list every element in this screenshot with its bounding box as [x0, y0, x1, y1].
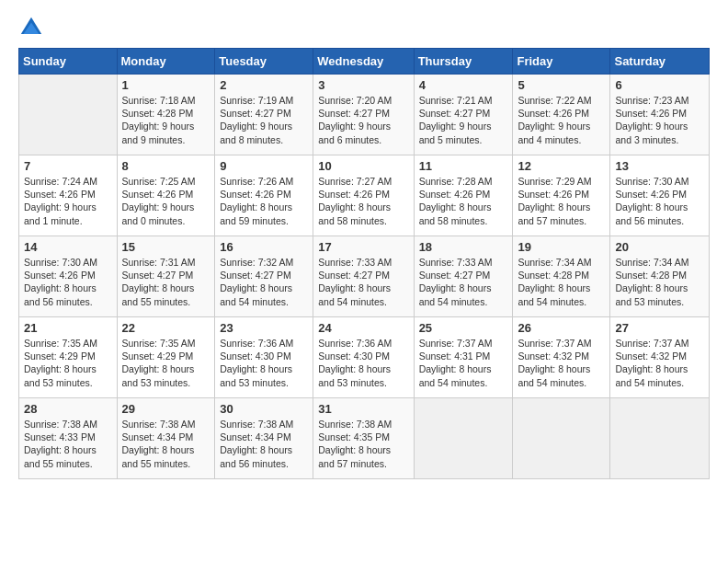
calendar-day-cell: 9Sunrise: 7:26 AMSunset: 4:26 PMDaylight… — [215, 155, 313, 236]
day-number: 23 — [220, 321, 308, 335]
calendar-day-cell: 26Sunrise: 7:37 AMSunset: 4:32 PMDayligh… — [513, 317, 610, 398]
day-number: 29 — [122, 402, 210, 416]
calendar-week-row: 1Sunrise: 7:18 AMSunset: 4:28 PMDaylight… — [19, 75, 710, 155]
day-info: Sunrise: 7:34 AMSunset: 4:28 PMDaylight:… — [518, 256, 605, 308]
day-number: 2 — [220, 78, 308, 92]
calendar-day-header: Wednesday — [313, 49, 414, 75]
calendar-day-cell: 14Sunrise: 7:30 AMSunset: 4:26 PMDayligh… — [19, 236, 118, 317]
day-number: 12 — [518, 159, 605, 173]
day-info: Sunrise: 7:38 AMSunset: 4:33 PMDaylight:… — [24, 418, 112, 470]
calendar-day-cell: 28Sunrise: 7:38 AMSunset: 4:33 PMDayligh… — [19, 398, 118, 479]
day-number: 20 — [615, 240, 704, 254]
calendar-day-cell — [414, 398, 513, 479]
day-info: Sunrise: 7:38 AMSunset: 4:34 PMDaylight:… — [122, 418, 210, 470]
calendar-day-cell: 29Sunrise: 7:38 AMSunset: 4:34 PMDayligh… — [117, 398, 215, 479]
calendar-day-cell: 17Sunrise: 7:33 AMSunset: 4:27 PMDayligh… — [313, 236, 414, 317]
calendar-week-row: 21Sunrise: 7:35 AMSunset: 4:29 PMDayligh… — [19, 317, 710, 398]
day-info: Sunrise: 7:30 AMSunset: 4:26 PMDaylight:… — [24, 256, 112, 308]
calendar-week-row: 14Sunrise: 7:30 AMSunset: 4:26 PMDayligh… — [19, 236, 710, 317]
day-number: 22 — [122, 321, 210, 335]
day-info: Sunrise: 7:21 AMSunset: 4:27 PMDaylight:… — [419, 94, 508, 146]
calendar-day-header: Tuesday — [215, 49, 313, 75]
calendar-day-header: Monday — [117, 49, 215, 75]
day-number: 11 — [419, 159, 508, 173]
day-number: 30 — [220, 402, 308, 416]
day-info: Sunrise: 7:25 AMSunset: 4:26 PMDaylight:… — [122, 175, 210, 227]
calendar-week-row: 28Sunrise: 7:38 AMSunset: 4:33 PMDayligh… — [19, 398, 710, 479]
header — [18, 15, 710, 40]
calendar-day-cell: 20Sunrise: 7:34 AMSunset: 4:28 PMDayligh… — [610, 236, 710, 317]
calendar-day-cell: 30Sunrise: 7:38 AMSunset: 4:34 PMDayligh… — [215, 398, 313, 479]
day-info: Sunrise: 7:35 AMSunset: 4:29 PMDaylight:… — [24, 337, 112, 389]
day-number: 15 — [122, 240, 210, 254]
calendar-header-row: SundayMondayTuesdayWednesdayThursdayFrid… — [19, 49, 710, 75]
calendar-day-cell: 16Sunrise: 7:32 AMSunset: 4:27 PMDayligh… — [215, 236, 313, 317]
calendar-day-cell: 12Sunrise: 7:29 AMSunset: 4:26 PMDayligh… — [513, 155, 610, 236]
day-info: Sunrise: 7:30 AMSunset: 4:26 PMDaylight:… — [615, 175, 704, 227]
calendar-day-cell: 24Sunrise: 7:36 AMSunset: 4:30 PMDayligh… — [313, 317, 414, 398]
calendar-day-header: Thursday — [414, 49, 513, 75]
day-number: 10 — [318, 159, 408, 173]
calendar-day-cell — [610, 398, 710, 479]
day-info: Sunrise: 7:38 AMSunset: 4:34 PMDaylight:… — [220, 418, 308, 470]
calendar-day-cell: 11Sunrise: 7:28 AMSunset: 4:26 PMDayligh… — [414, 155, 513, 236]
day-info: Sunrise: 7:37 AMSunset: 4:31 PMDaylight:… — [419, 337, 508, 389]
calendar-day-cell: 13Sunrise: 7:30 AMSunset: 4:26 PMDayligh… — [610, 155, 710, 236]
calendar-day-cell: 6Sunrise: 7:23 AMSunset: 4:26 PMDaylight… — [610, 75, 710, 155]
day-number: 25 — [419, 321, 508, 335]
day-number: 24 — [318, 321, 408, 335]
logo — [18, 15, 48, 40]
day-number: 31 — [318, 402, 408, 416]
calendar-day-cell: 18Sunrise: 7:33 AMSunset: 4:27 PMDayligh… — [414, 236, 513, 317]
day-number: 13 — [615, 159, 704, 173]
day-info: Sunrise: 7:36 AMSunset: 4:30 PMDaylight:… — [220, 337, 308, 389]
day-number: 6 — [615, 78, 704, 92]
calendar-day-cell: 21Sunrise: 7:35 AMSunset: 4:29 PMDayligh… — [19, 317, 118, 398]
calendar-day-header: Saturday — [610, 49, 710, 75]
page-container: SundayMondayTuesdayWednesdayThursdayFrid… — [0, 0, 728, 488]
day-info: Sunrise: 7:26 AMSunset: 4:26 PMDaylight:… — [220, 175, 308, 227]
calendar-day-cell: 27Sunrise: 7:37 AMSunset: 4:32 PMDayligh… — [610, 317, 710, 398]
day-info: Sunrise: 7:20 AMSunset: 4:27 PMDaylight:… — [318, 94, 408, 146]
day-number: 26 — [518, 321, 605, 335]
day-number: 14 — [24, 240, 112, 254]
calendar-day-cell: 2Sunrise: 7:19 AMSunset: 4:27 PMDaylight… — [215, 75, 313, 155]
day-number: 18 — [419, 240, 508, 254]
day-info: Sunrise: 7:23 AMSunset: 4:26 PMDaylight:… — [615, 94, 704, 146]
day-number: 8 — [122, 159, 210, 173]
day-number: 19 — [518, 240, 605, 254]
calendar-day-header: Sunday — [19, 49, 118, 75]
calendar-day-cell — [19, 75, 118, 155]
day-number: 27 — [615, 321, 704, 335]
day-number: 4 — [419, 78, 508, 92]
day-info: Sunrise: 7:18 AMSunset: 4:28 PMDaylight:… — [122, 94, 210, 146]
day-number: 9 — [220, 159, 308, 173]
day-info: Sunrise: 7:35 AMSunset: 4:29 PMDaylight:… — [122, 337, 210, 389]
logo-icon — [18, 15, 44, 40]
calendar-day-cell: 25Sunrise: 7:37 AMSunset: 4:31 PMDayligh… — [414, 317, 513, 398]
calendar-day-cell: 15Sunrise: 7:31 AMSunset: 4:27 PMDayligh… — [117, 236, 215, 317]
day-info: Sunrise: 7:24 AMSunset: 4:26 PMDaylight:… — [24, 175, 112, 227]
day-info: Sunrise: 7:36 AMSunset: 4:30 PMDaylight:… — [318, 337, 408, 389]
day-number: 7 — [24, 159, 112, 173]
day-info: Sunrise: 7:38 AMSunset: 4:35 PMDaylight:… — [318, 418, 408, 470]
calendar-table: SundayMondayTuesdayWednesdayThursdayFrid… — [18, 48, 710, 479]
day-info: Sunrise: 7:22 AMSunset: 4:26 PMDaylight:… — [518, 94, 605, 146]
day-info: Sunrise: 7:33 AMSunset: 4:27 PMDaylight:… — [419, 256, 508, 308]
day-number: 28 — [24, 402, 112, 416]
day-info: Sunrise: 7:28 AMSunset: 4:26 PMDaylight:… — [419, 175, 508, 227]
day-number: 16 — [220, 240, 308, 254]
day-info: Sunrise: 7:27 AMSunset: 4:26 PMDaylight:… — [318, 175, 408, 227]
day-number: 21 — [24, 321, 112, 335]
day-info: Sunrise: 7:33 AMSunset: 4:27 PMDaylight:… — [318, 256, 408, 308]
calendar-day-cell: 23Sunrise: 7:36 AMSunset: 4:30 PMDayligh… — [215, 317, 313, 398]
calendar-day-cell — [513, 398, 610, 479]
day-info: Sunrise: 7:31 AMSunset: 4:27 PMDaylight:… — [122, 256, 210, 308]
day-info: Sunrise: 7:34 AMSunset: 4:28 PMDaylight:… — [615, 256, 704, 308]
calendar-day-cell: 19Sunrise: 7:34 AMSunset: 4:28 PMDayligh… — [513, 236, 610, 317]
calendar-day-cell: 7Sunrise: 7:24 AMSunset: 4:26 PMDaylight… — [19, 155, 118, 236]
day-info: Sunrise: 7:29 AMSunset: 4:26 PMDaylight:… — [518, 175, 605, 227]
calendar-day-cell: 5Sunrise: 7:22 AMSunset: 4:26 PMDaylight… — [513, 75, 610, 155]
calendar-week-row: 7Sunrise: 7:24 AMSunset: 4:26 PMDaylight… — [19, 155, 710, 236]
day-number: 17 — [318, 240, 408, 254]
